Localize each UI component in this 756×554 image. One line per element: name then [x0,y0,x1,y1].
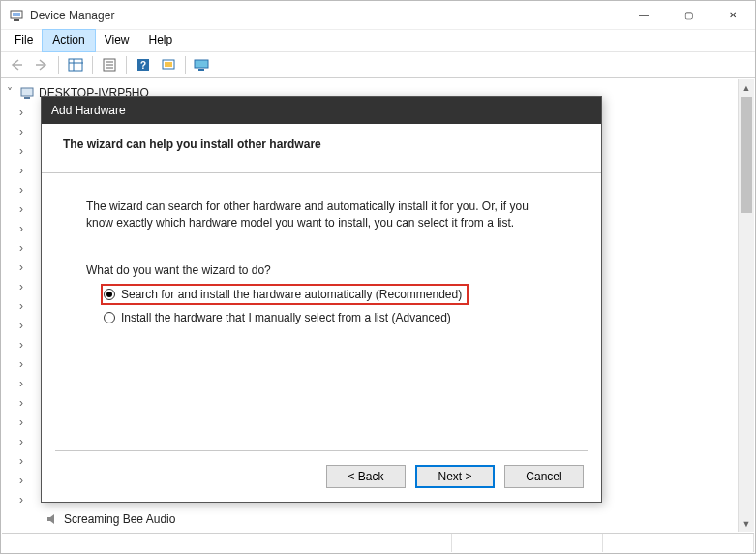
toolbar-separator [126,56,127,74]
device-manager-window: Device Manager — ▢ ✕ File Action View He… [0,0,756,554]
tree-item-screaming-bee[interactable]: Screaming Bee Audio [45,509,752,529]
svg-rect-15 [198,69,204,71]
status-cell [603,534,754,552]
svg-rect-3 [69,59,82,71]
chevron-right-icon[interactable]: › [15,200,27,219]
scroll-thumb[interactable] [741,97,752,213]
minimize-button[interactable]: — [621,1,666,29]
svg-rect-17 [24,97,30,99]
scroll-up-icon[interactable]: ▲ [739,79,754,96]
status-cell [2,534,452,552]
toolbar-separator [58,56,59,74]
svg-rect-2 [13,13,20,16]
titlebar: Device Manager — ▢ ✕ [1,1,755,30]
dialog-description: The wizard can search for other hardware… [86,199,557,232]
toolbar-separator [92,56,93,74]
chevron-right-icon[interactable]: › [15,490,27,509]
dialog-question: What do you want the wizard to do? [86,263,557,277]
back-button[interactable]: < Back [326,465,406,488]
maximize-button[interactable]: ▢ [666,1,711,29]
chevron-right-icon[interactable]: › [15,238,27,258]
chevron-right-icon[interactable]: › [15,258,27,277]
chevron-right-icon[interactable]: › [15,161,27,180]
vertical-scrollbar[interactable]: ▲ ▼ [738,79,754,532]
monitor-button[interactable] [191,54,214,76]
radio-selected-icon [104,289,115,300]
chevron-right-icon[interactable]: › [15,335,27,354]
close-icon: ✕ [729,10,737,20]
close-button[interactable]: ✕ [711,1,755,29]
chevron-right-icon[interactable]: › [15,316,27,335]
properties-button[interactable] [98,54,121,76]
chevron-right-icon[interactable]: › [15,122,27,141]
radio-label: Install the hardware that I manually sel… [121,311,451,324]
radio-group: Search for and install the hardware auto… [86,287,557,327]
help-button[interactable]: ? [132,54,155,76]
tree-item-label: Storage controllers [50,529,148,532]
storage-icon [31,531,46,532]
chevron-right-icon[interactable]: › [15,451,27,471]
chevron-right-icon[interactable]: › [15,219,27,238]
chevron-right-icon[interactable]: › [15,393,27,413]
chevron-right-icon[interactable]: › [15,277,27,296]
menu-file[interactable]: File [5,30,43,51]
cancel-button[interactable]: Cancel [504,465,584,488]
show-hide-tree-button[interactable] [64,54,87,76]
maximize-icon: ▢ [684,10,693,20]
scroll-down-icon[interactable]: ▼ [739,515,754,532]
chevron-right-icon[interactable]: › [15,354,27,374]
svg-rect-13 [165,62,172,67]
dialog-body: The wizard can search for other hardware… [42,173,601,337]
chevron-right-icon[interactable]: › [15,180,27,200]
chevron-right-icon[interactable]: › [15,413,27,432]
menubar: File Action View Help [1,30,755,51]
svg-text:?: ? [140,60,146,71]
status-cell [452,534,603,552]
tree-item-label: Screaming Bee Audio [64,509,175,529]
svg-rect-16 [21,88,33,96]
chevron-right-icon[interactable]: › [15,432,27,451]
chevron-right-icon[interactable]: › [15,529,27,532]
radio-label: Search for and install the hardware auto… [121,288,462,301]
menu-action[interactable]: Action [43,30,94,51]
device-manager-icon [9,8,24,23]
dialog-buttons: < Back Next > Cancel [326,465,584,488]
radio-unselected-icon [104,312,115,323]
chevron-right-icon[interactable]: › [15,141,27,161]
forward-button[interactable] [30,54,53,76]
back-button[interactable] [5,54,28,76]
svg-rect-14 [195,60,208,68]
statusbar [2,533,754,552]
chevron-right-icon[interactable]: › [15,296,27,316]
window-title: Device Manager [30,9,621,22]
next-button[interactable]: Next > [415,465,495,488]
toolbar-separator [185,56,186,74]
scan-hardware-button[interactable] [157,54,180,76]
chevron-right-icon[interactable]: › [15,103,27,122]
minimize-icon: — [639,10,649,20]
tree-item-storage[interactable]: › Storage controllers [15,529,752,532]
chevron-right-icon[interactable]: › [15,471,27,490]
menu-view[interactable]: View [95,30,139,51]
chevron-right-icon[interactable]: › [15,374,27,393]
dialog-header: The wizard can help you install other ha… [42,124,601,173]
dialog-title: Add Hardware [42,97,601,124]
menu-help[interactable]: Help [139,30,183,51]
chevron-down-icon[interactable]: ˅ [4,83,15,103]
toolbar: ? [1,51,755,78]
dialog-divider [55,450,588,451]
audio-icon [45,511,60,527]
svg-rect-1 [14,19,19,21]
computer-icon [19,85,35,101]
radio-option-automatic[interactable]: Search for and install the hardware auto… [104,287,466,302]
radio-option-manual[interactable]: Install the hardware that I manually sel… [104,308,557,327]
add-hardware-dialog: Add Hardware The wizard can help you ins… [41,96,602,503]
window-controls: — ▢ ✕ [621,1,755,29]
dialog-heading: The wizard can help you install other ha… [63,138,580,151]
